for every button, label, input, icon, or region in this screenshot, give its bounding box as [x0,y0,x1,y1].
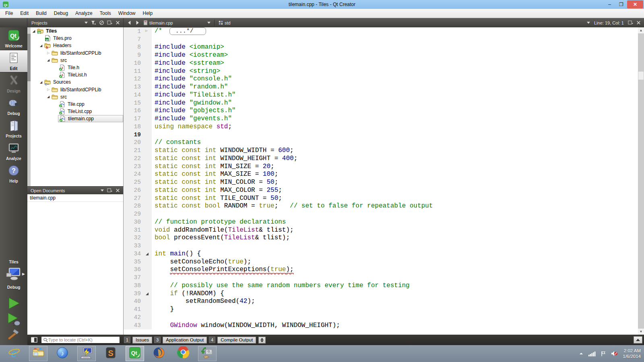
sidebar-toggle-icon[interactable] [30,336,39,343]
close-panel-icon[interactable] [114,20,122,26]
mode-welcome[interactable]: QtWelcome [0,27,27,50]
taskbar-internet-explorer[interactable]: e [5,346,23,361]
fold-open-marker-icon[interactable] [144,250,152,258]
code-line-9[interactable]: 9#include <iostream> [124,51,638,59]
maximize-output-pane-button[interactable] [634,336,642,343]
expanded-arrow-icon[interactable]: ◢ [46,95,51,99]
code-editor[interactable]: 1▷/* ...*/78#include <iomanip>9#include … [124,27,638,335]
run-button[interactable] [6,296,21,311]
output-pane-key-4[interactable]: 4 [209,337,215,343]
code-line-33[interactable]: 33 [124,242,638,250]
split-editor-icon[interactable] [626,20,634,26]
tree-item-tile-cpp[interactable]: Tile.cpp [31,101,123,108]
close-button[interactable]: ✕ [627,0,643,8]
tree-item-tiles-pro[interactable]: QtTiles.pro [31,35,123,42]
code-line-29[interactable]: 29 [124,210,638,218]
code-line-30[interactable]: 30// function prototype declarations [124,218,638,226]
code-line-26[interactable]: 26static const int MAX_COLOR = 255; [124,186,638,194]
taskbar-qt-creator[interactable]: Qt [126,346,144,361]
mode-analyze[interactable]: Analyze [0,140,27,162]
tree-item-src[interactable]: ◢src [31,57,123,64]
expanded-arrow-icon[interactable]: ◢ [46,58,51,62]
collapsed-comment-box[interactable]: ...*/ [169,27,206,35]
tree-item-tilemain-cpp[interactable]: tilemain.cpp [31,115,123,122]
network-icon[interactable] [588,351,596,356]
code-line-15[interactable]: 15#include "gwindow.h" [124,99,638,107]
fold-open-marker-icon[interactable] [144,290,152,298]
code-line-32[interactable]: 32bool processEvent(TileList& tlist); [124,234,638,242]
taskbar-clock[interactable]: 2:02 AM 1/6/2014 [623,348,641,359]
code-line-42[interactable]: 42 [124,313,638,321]
code-line-40[interactable]: 40 setRandomSeed(42); [124,298,638,306]
code-line-13[interactable]: 13#include "random.h" [124,83,638,91]
title-bar[interactable]: Qt tilemain.cpp - Tiles - Qt Creator – ❐… [0,0,644,9]
chevron-down-icon[interactable] [85,22,88,24]
mode-projects[interactable]: Projects [0,117,27,140]
code-line-8[interactable]: 8#include <iomanip> [124,43,638,51]
code-line-22[interactable]: 22static const int WINDOW_HEIGHT = 400; [124,154,638,162]
code-line-27[interactable]: 27static const int TILE_COUNT = 50; [124,194,638,202]
back-icon[interactable] [125,20,133,26]
tree-item-tile-h[interactable]: Tile.h [31,64,123,71]
menu-file[interactable]: File [2,9,17,17]
code-line-23[interactable]: 23static const int MIN_SIZE = 20; [124,162,638,171]
tree-scrollbar-thumb[interactable] [27,34,31,81]
chevron-down-icon[interactable] [101,189,104,191]
tree-item-tilelist-h[interactable]: TileList.h [31,71,123,78]
code-line-37[interactable]: 37 [124,274,638,282]
taskbar-sublime-text[interactable]: S [101,346,120,361]
tree-item-tilelist-cpp[interactable]: TileList.cpp [31,108,123,115]
code-line-31[interactable]: 31void addRandomTile(TileList& tlist); [124,226,638,234]
menu-help[interactable]: Help [139,9,157,17]
maximize-button[interactable]: ❐ [615,0,627,8]
code-line-24[interactable]: 24static const int MAX_SIZE = 100; [124,171,638,179]
code-line-7[interactable]: 7 [124,35,638,43]
open-document-tilemain-cpp[interactable]: tilemain.cpp [27,194,123,202]
scroll-up-icon[interactable]: ▲ [638,27,644,33]
mode-debug[interactable]: Debug [0,95,27,117]
output-pane-application-output[interactable]: Application Output [163,337,207,343]
action-center-flag-icon[interactable] [601,351,606,356]
menu-window[interactable]: Window [115,9,139,17]
editor-scrollbar[interactable]: ▲ ▼ [638,27,644,335]
tree-item-tiles[interactable]: ◢QtTiles [31,27,123,35]
taskbar-sync-app[interactable] [198,346,217,361]
output-pane-compile-output[interactable]: Compile Output [217,337,256,343]
build-button[interactable] [6,327,21,342]
mode-help[interactable]: ?Help [0,162,27,185]
taskbar-chrome[interactable] [174,346,192,361]
filter-icon[interactable] [89,20,97,26]
code-line-18[interactable]: 18using namespace std; [124,123,638,131]
expanded-arrow-icon[interactable]: ◢ [39,44,43,47]
minimize-button[interactable]: – [604,0,615,8]
menu-build[interactable]: Build [32,9,50,17]
tree-item-lib-stanfordcpplib[interactable]: ▷lib/StanfordCPPLib [31,49,123,57]
code-line-14[interactable]: 14#include "TileList.h" [124,91,638,99]
code-line-39[interactable]: 39 if (!RANDOM) { [124,290,638,298]
code-line-17[interactable]: 17#include "gevents.h" [124,115,638,123]
code-line-12[interactable]: 12#include "console.h" [124,75,638,83]
locator-field[interactable] [41,336,120,343]
menu-debug[interactable]: Debug [50,9,72,17]
output-pane-key-3[interactable]: 3 [154,337,161,343]
menu-edit[interactable]: Edit [17,9,32,17]
panel-selector[interactable]: Projects [29,21,83,25]
output-pane-cycle-button[interactable] [258,337,266,343]
code-line-10[interactable]: 10#include <sstream> [124,59,638,67]
chevron-down-icon[interactable] [587,22,590,24]
open-documents-title[interactable]: Open Documents [29,188,99,193]
menu-analyze[interactable]: Analyze [72,9,96,17]
debug-run-button[interactable] [6,312,21,327]
output-pane-issues[interactable]: Issues [132,337,152,343]
code-line-35[interactable]: 35 setConsoleEcho(true); [124,258,638,266]
sync-with-editor-icon[interactable] [97,20,105,26]
code-line-21[interactable]: 21static const int WINDOW_WIDTH = 600; [124,146,638,154]
code-line-20[interactable]: 20// constants [124,139,638,147]
code-line-19[interactable]: 19 [124,131,638,139]
tree-item-headers[interactable]: ◢hHeaders [31,42,123,49]
kit-expand-arrow-icon[interactable]: ▶ [22,272,25,276]
output-pane-key-1[interactable]: 1 [124,337,130,343]
close-panel-icon[interactable] [114,187,122,194]
kit-selector[interactable] [6,267,22,282]
expanded-arrow-icon[interactable]: ◢ [31,29,36,33]
